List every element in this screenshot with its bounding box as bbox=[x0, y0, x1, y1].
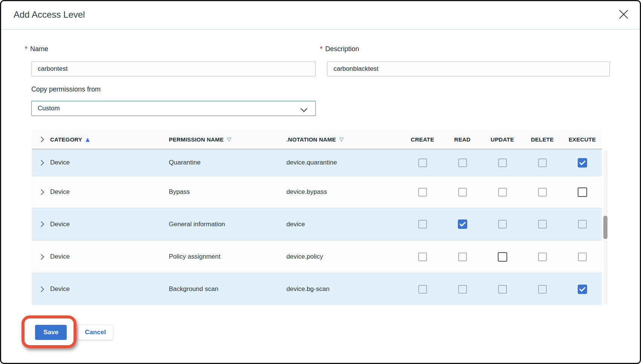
table-header-row: CATEGORY ▲ PERMISSION NAME ▽ .NOTATION N… bbox=[32, 130, 602, 149]
execute-checkbox[interactable] bbox=[578, 158, 587, 168]
required-asterisk: * bbox=[25, 45, 28, 53]
delete-checkbox[interactable] bbox=[538, 220, 547, 228]
row-notation-name: device.quarantine bbox=[286, 159, 402, 166]
copy-permissions-select[interactable]: Custom bbox=[31, 101, 316, 116]
column-header-execute: EXECUTE bbox=[562, 136, 602, 143]
execute-checkbox[interactable] bbox=[578, 187, 587, 197]
dialog-title: Add Access Level bbox=[14, 0, 85, 29]
row-permission-name: Quarantine bbox=[169, 159, 286, 166]
delete-checkbox[interactable] bbox=[538, 158, 547, 167]
caret-down-icon bbox=[300, 105, 307, 112]
table-row: Device General information device bbox=[32, 208, 602, 240]
update-checkbox[interactable] bbox=[498, 158, 507, 167]
create-checkbox[interactable] bbox=[418, 253, 427, 261]
save-button[interactable]: Save bbox=[35, 325, 67, 340]
row-permission-name: Background scan bbox=[169, 285, 286, 293]
chevron-right-icon bbox=[38, 160, 44, 166]
update-checkbox[interactable] bbox=[498, 220, 507, 228]
description-field[interactable] bbox=[327, 61, 610, 76]
column-header-create: CREATE bbox=[402, 136, 442, 143]
description-label: *Description bbox=[320, 45, 359, 53]
copy-permissions-label: Copy permissions from bbox=[31, 85, 101, 93]
execute-checkbox[interactable] bbox=[578, 285, 587, 294]
column-header-permission-name[interactable]: PERMISSION NAME ▽ bbox=[169, 136, 286, 143]
expand-row-button[interactable] bbox=[32, 255, 50, 259]
read-checkbox[interactable] bbox=[458, 158, 467, 167]
column-header-delete: DELETE bbox=[522, 136, 562, 143]
update-checkbox[interactable] bbox=[498, 285, 507, 294]
execute-checkbox[interactable] bbox=[578, 253, 587, 261]
close-button[interactable] bbox=[617, 8, 630, 21]
column-header-update: UPDATE bbox=[482, 136, 522, 143]
chevron-right-icon bbox=[38, 189, 44, 195]
expand-all-chevron[interactable] bbox=[32, 137, 50, 142]
expand-row-button[interactable] bbox=[32, 287, 50, 291]
delete-checkbox[interactable] bbox=[538, 253, 547, 261]
table-body: Device Quarantine device.quarantine Devi… bbox=[32, 149, 602, 305]
row-permission-name: Bypass bbox=[169, 188, 286, 196]
cancel-button[interactable]: Cancel bbox=[78, 325, 113, 340]
row-permission-name: Policy assignment bbox=[169, 253, 286, 260]
row-notation-name: device.bypass bbox=[286, 188, 402, 196]
sort-descending-icon: ▽ bbox=[227, 137, 231, 142]
permissions-table: CATEGORY ▲ PERMISSION NAME ▽ .NOTATION N… bbox=[32, 130, 602, 305]
close-icon bbox=[618, 9, 629, 20]
read-checkbox[interactable] bbox=[458, 219, 467, 229]
name-field[interactable] bbox=[31, 61, 316, 76]
create-checkbox[interactable] bbox=[418, 158, 427, 167]
delete-checkbox[interactable] bbox=[538, 188, 547, 196]
create-checkbox[interactable] bbox=[418, 188, 427, 196]
create-checkbox[interactable] bbox=[418, 285, 427, 294]
expand-row-button[interactable] bbox=[32, 161, 50, 165]
row-notation-name: device.policy bbox=[286, 253, 402, 260]
sort-ascending-icon: ▲ bbox=[86, 137, 90, 142]
read-checkbox[interactable] bbox=[458, 188, 467, 196]
expand-row-button[interactable] bbox=[32, 222, 50, 226]
row-category: Device bbox=[50, 253, 169, 260]
row-notation-name: device.bg-scan bbox=[286, 285, 402, 293]
column-header-category[interactable]: CATEGORY ▲ bbox=[50, 136, 169, 143]
name-label: *Name bbox=[25, 45, 48, 53]
table-row: Device Background scan device.bg-scan bbox=[32, 273, 602, 305]
add-access-level-dialog: Add Access Level *Name *Description Copy… bbox=[0, 0, 641, 364]
table-row: Device Bypass device.bypass bbox=[32, 176, 602, 208]
row-category: Device bbox=[50, 159, 169, 166]
row-notation-name: device bbox=[286, 221, 402, 228]
table-row: Device Quarantine device.quarantine bbox=[32, 149, 602, 176]
chevron-right-icon bbox=[38, 136, 44, 142]
expand-row-button[interactable] bbox=[32, 190, 50, 194]
table-scrollbar-thumb[interactable] bbox=[603, 216, 607, 239]
read-checkbox[interactable] bbox=[458, 253, 467, 261]
create-checkbox[interactable] bbox=[418, 220, 427, 228]
update-checkbox[interactable] bbox=[498, 252, 507, 262]
read-checkbox[interactable] bbox=[458, 285, 467, 294]
execute-checkbox[interactable] bbox=[578, 220, 587, 228]
row-category: Device bbox=[50, 285, 169, 293]
update-checkbox[interactable] bbox=[498, 188, 507, 196]
row-category: Device bbox=[50, 221, 169, 228]
dialog-header: Add Access Level bbox=[0, 0, 641, 30]
row-category: Device bbox=[50, 188, 169, 196]
row-permission-name: General information bbox=[169, 221, 286, 228]
table-row: Device Policy assignment device.policy bbox=[32, 240, 602, 273]
chevron-right-icon bbox=[38, 221, 44, 227]
copy-permissions-selected-value: Custom bbox=[38, 105, 60, 112]
column-header-read: READ bbox=[442, 136, 482, 143]
column-header-notation-name[interactable]: .NOTATION NAME ▽ bbox=[286, 136, 402, 143]
delete-checkbox[interactable] bbox=[538, 285, 547, 294]
chevron-right-icon bbox=[38, 286, 44, 292]
sort-descending-icon: ▽ bbox=[339, 137, 343, 142]
required-asterisk: * bbox=[320, 45, 323, 53]
chevron-right-icon bbox=[38, 254, 44, 260]
